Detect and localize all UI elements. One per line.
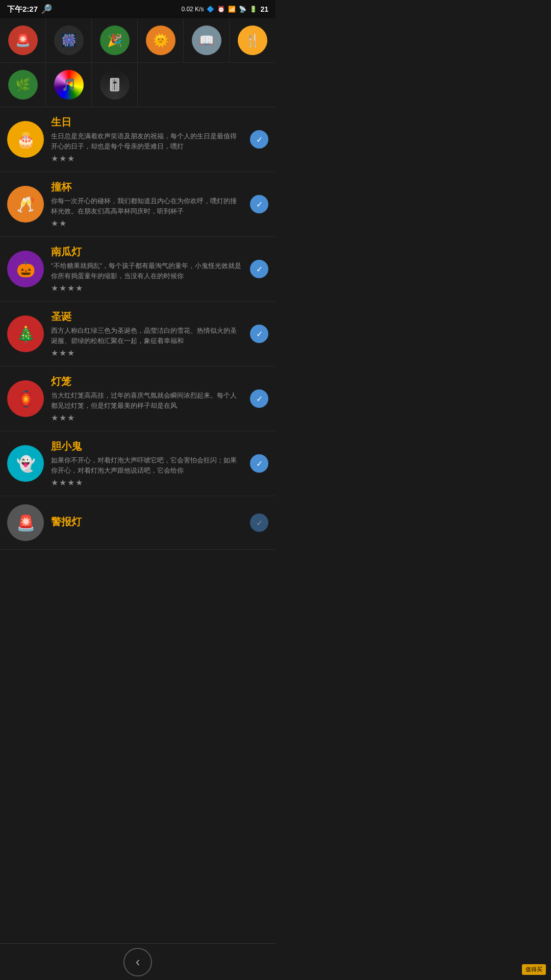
app-派对-icon: 🎉	[100, 26, 130, 55]
item-desc-birthday: 生日总是充满着欢声笑语及朋友的祝福，每个人的生日是最值得开心的日子，却也是每个母…	[51, 131, 243, 151]
item-stars-ghost: ★★★★	[51, 478, 243, 487]
item-stars-lantern: ★★★	[51, 413, 243, 423]
list-item[interactable]: 🥂撞杯你每一次开心的碰杯，我们都知道且内心在为你欢呼，嘿灯的撞杯光效。在朋友们高…	[0, 172, 276, 237]
status-bar: 下午2:27 🔎 0.02 K/s 🔷 ⏰ 📶 📡 🔋 21	[0, 0, 276, 18]
app-grid-row-2: 🌿🎵🎚️	[0, 63, 276, 107]
item-check-toast[interactable]: ✓	[250, 195, 268, 213]
check-icon: ✓	[256, 200, 263, 209]
item-content-toast: 撞杯你每一次开心的碰杯，我们都知道且内心在为你欢呼，嘿灯的撞杯光效。在朋友们高高…	[51, 180, 243, 228]
item-desc-toast: 你每一次开心的碰杯，我们都知道且内心在为你欢呼，嘿灯的撞杯光效。在朋友们高高举杯…	[51, 196, 243, 216]
list-item[interactable]: 🎃南瓜灯"不给糖果就捣乱"，每个孩子都有最淘气的童年，小鬼怪光效就是你所有捣蛋童…	[0, 237, 276, 302]
check-icon: ✓	[256, 329, 263, 339]
item-title-birthday: 生日	[51, 115, 243, 129]
app-icon-cell[interactable]: 🌞	[138, 18, 184, 62]
item-icon-toast: 🥂	[7, 186, 44, 223]
item-content-christmas: 圣诞西方人称白红绿三色为圣诞色，晶莹洁白的雪花、热情似火的圣诞服、碧绿的松柏汇聚…	[51, 310, 243, 358]
speed-display: 0.02 K/s	[181, 6, 204, 13]
app-icon-cell[interactable]: 🎆	[46, 18, 92, 62]
list-item[interactable]: 🎂生日生日总是充满着欢声笑语及朋友的祝福，每个人的生日是最值得开心的日子，却也是…	[0, 107, 276, 172]
list-item[interactable]: 🚨警报灯✓	[0, 496, 276, 550]
status-right: 0.02 K/s 🔷 ⏰ 📶 📡 🔋 21	[181, 5, 268, 13]
item-icon-alarm: 🚨	[7, 504, 44, 541]
item-content-ghost: 胆小鬼如果你不开心，对着灯泡大声吓唬它吧，它会害怕会狂闪；如果你开心，对着灯泡大…	[51, 439, 243, 487]
item-check-christmas[interactable]: ✓	[250, 325, 268, 343]
item-stars-pumpkin: ★★★★	[51, 283, 243, 293]
item-check-alarm[interactable]: ✓	[250, 513, 268, 532]
app-grid-row-1: 🚨🎆🎉🌞📖🍴	[0, 18, 276, 63]
app-太阳-icon: 🌞	[146, 26, 176, 55]
check-icon: ✓	[256, 394, 263, 404]
app-icon-cell[interactable]: 🌿	[0, 63, 46, 107]
item-stars-toast: ★★	[51, 218, 243, 228]
list-item[interactable]: 👻胆小鬼如果你不开心，对着灯泡大声吓唬它吧，它会害怕会狂闪；如果你开心，对着灯泡…	[0, 431, 276, 496]
item-content-pumpkin: 南瓜灯"不给糖果就捣乱"，每个孩子都有最淘气的童年，小鬼怪光效就是你所有捣蛋童年…	[51, 245, 243, 293]
item-content-lantern: 灯笼当大红灯笼高高挂，过年的喜庆气氛就会瞬间浓烈起来。每个人都见过灯笼，但是灯笼…	[51, 375, 243, 423]
shazam-icon: 🔎	[41, 4, 52, 15]
alarm-icon: ⏰	[217, 6, 225, 13]
app-icon-cell[interactable]: 🍴	[230, 18, 276, 62]
item-stars-christmas: ★★★	[51, 348, 243, 358]
check-icon: ✓	[256, 518, 263, 528]
item-desc-lantern: 当大红灯笼高高挂，过年的喜庆气氛就会瞬间浓烈起来。每个人都见过灯笼，但是灯笼最美…	[51, 390, 243, 410]
status-left: 下午2:27 🔎	[7, 4, 52, 15]
item-icon-ghost: 👻	[7, 445, 44, 482]
item-title-alarm: 警报灯	[51, 515, 243, 529]
item-title-lantern: 灯笼	[51, 375, 243, 388]
item-desc-christmas: 西方人称白红绿三色为圣诞色，晶莹洁白的雪花、热情似火的圣诞服、碧绿的松柏汇聚在一…	[51, 326, 243, 346]
app-icon-cell[interactable]: 🎚️	[92, 63, 138, 107]
item-check-pumpkin[interactable]: ✓	[250, 260, 268, 278]
item-icon-birthday: 🎂	[7, 121, 44, 158]
battery-level: 21	[260, 5, 268, 13]
signal-icon: 📡	[239, 6, 246, 13]
battery-icon: 🔋	[249, 6, 257, 13]
effects-list: 🎂生日生日总是充满着欢声笑语及朋友的祝福，每个人的生日是最值得开心的日子，却也是…	[0, 107, 276, 550]
check-icon: ✓	[256, 135, 263, 144]
app-警报灯-icon: 🚨	[8, 26, 38, 55]
item-icon-christmas: 🎄	[7, 315, 44, 352]
app-icon-cell[interactable]: 📖	[184, 18, 230, 62]
item-icon-lantern: 🏮	[7, 380, 44, 417]
item-title-pumpkin: 南瓜灯	[51, 245, 243, 259]
item-check-birthday[interactable]: ✓	[250, 130, 268, 149]
time-display: 下午2:27	[7, 5, 38, 14]
app-书籍-icon: 📖	[192, 26, 221, 55]
check-icon: ✓	[256, 264, 263, 274]
item-content-alarm: 警报灯	[51, 515, 243, 531]
app-餐厅-icon: 🍴	[238, 26, 267, 55]
wifi-icon: 📶	[228, 6, 236, 13]
app-icon-cell[interactable]: 🚨	[0, 18, 46, 62]
item-content-birthday: 生日生日总是充满着欢声笑语及朋友的祝福，每个人的生日是最值得开心的日子，却也是每…	[51, 115, 243, 163]
app-植物-icon: 🌿	[8, 70, 38, 100]
list-item[interactable]: 🎄圣诞西方人称白红绿三色为圣诞色，晶莹洁白的雪花、热情似火的圣诞服、碧绿的松柏汇…	[0, 302, 276, 366]
item-title-toast: 撞杯	[51, 180, 243, 194]
app-烟花-icon: 🎆	[54, 26, 84, 55]
item-icon-pumpkin: 🎃	[7, 251, 44, 287]
item-desc-ghost: 如果你不开心，对着灯泡大声吓唬它吧，它会害怕会狂闪；如果你开心，对着灯泡大声跟他…	[51, 455, 243, 475]
item-title-christmas: 圣诞	[51, 310, 243, 324]
bluetooth-icon: 🔷	[207, 6, 214, 13]
app-icon-cell[interactable]: 🎉	[92, 18, 138, 62]
list-item[interactable]: 🏮灯笼当大红灯笼高高挂，过年的喜庆气氛就会瞬间浓烈起来。每个人都见过灯笼，但是灯…	[0, 366, 276, 431]
check-icon: ✓	[256, 459, 263, 469]
item-check-lantern[interactable]: ✓	[250, 389, 268, 408]
app-音效-icon: 🎚️	[100, 70, 130, 100]
item-title-ghost: 胆小鬼	[51, 439, 243, 453]
app-icon-cell[interactable]: 🎵	[46, 63, 92, 107]
item-desc-pumpkin: "不给糖果就捣乱"，每个孩子都有最淘气的童年，小鬼怪光效就是你所有捣蛋童年的缩影…	[51, 261, 243, 281]
app-音乐-icon: 🎵	[54, 70, 84, 100]
item-check-ghost[interactable]: ✓	[250, 454, 268, 473]
item-stars-birthday: ★★★	[51, 154, 243, 163]
